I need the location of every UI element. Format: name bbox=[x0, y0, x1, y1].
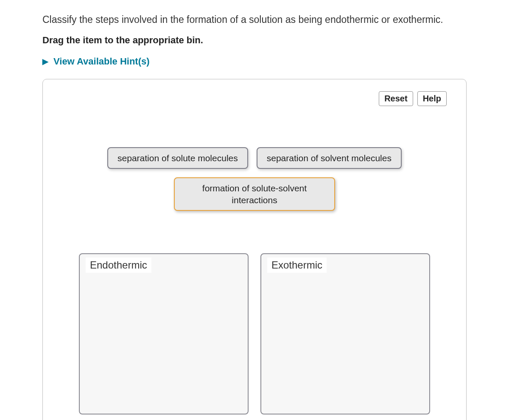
bin-exothermic[interactable]: Exothermic bbox=[260, 253, 430, 414]
bins-row: Endothermic Exothermic bbox=[56, 253, 453, 414]
chevron-right-icon: ▶ bbox=[42, 57, 48, 66]
drag-instruction: Drag the item to the appropriate bin. bbox=[42, 35, 467, 46]
exercise-toolbar: Reset Help bbox=[379, 91, 447, 106]
drag-item-formation-interactions[interactable]: formation of solute-solvent interactions bbox=[174, 177, 335, 211]
reset-button[interactable]: Reset bbox=[379, 91, 413, 106]
drag-source-area: separation of solute molecules separatio… bbox=[56, 147, 453, 211]
drag-row-2: formation of solute-solvent interactions bbox=[174, 177, 335, 211]
bin-label-endothermic: Endothermic bbox=[86, 258, 151, 273]
drag-row-1: separation of solute molecules separatio… bbox=[107, 147, 402, 169]
bin-endothermic[interactable]: Endothermic bbox=[79, 253, 249, 414]
help-button[interactable]: Help bbox=[417, 91, 447, 106]
question-text: Classify the steps involved in the forma… bbox=[42, 13, 467, 26]
exercise-container: Reset Help separation of solute molecule… bbox=[42, 79, 467, 420]
drag-item-separation-solvent[interactable]: separation of solvent molecules bbox=[257, 147, 402, 169]
hints-label: View Available Hint(s) bbox=[53, 56, 150, 67]
bin-label-exothermic: Exothermic bbox=[267, 258, 327, 273]
view-hints-toggle[interactable]: ▶ View Available Hint(s) bbox=[42, 56, 467, 67]
drag-item-separation-solute[interactable]: separation of solute molecules bbox=[107, 147, 248, 169]
